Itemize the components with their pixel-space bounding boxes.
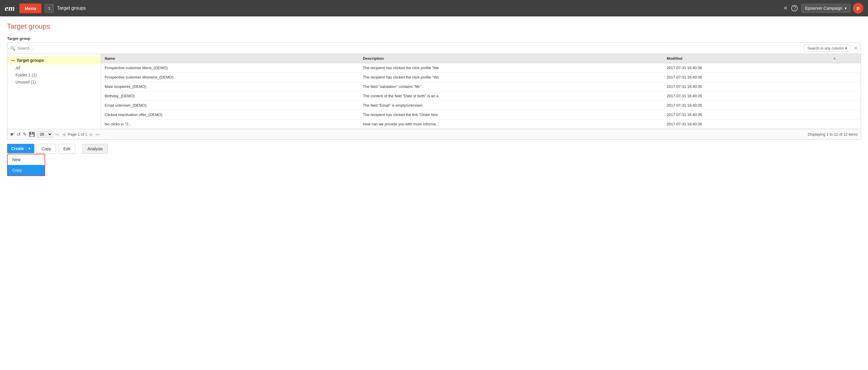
last-page-icon[interactable]: ⏭ (96, 132, 100, 137)
user-avatar[interactable]: p (853, 3, 863, 13)
cell-name: Male recipients_(DEMO) (101, 82, 359, 91)
cell-extra (830, 82, 861, 91)
navbar: em Menu 1 Target groups ✕ ? Episerver Ca… (0, 0, 868, 17)
cell-modified: 2017-07-31 16:40:35 (663, 101, 830, 110)
tree-root-label: Target groups (17, 58, 44, 63)
cell-extra (830, 120, 861, 129)
cell-description: The field "salutation" contains "Mr.". (359, 82, 663, 91)
search-any-col-label: Search in any column (807, 46, 844, 51)
first-page-icon[interactable]: ⏮ (55, 132, 60, 137)
display-count: Displaying 1 to 12 of 12 items (808, 132, 858, 136)
table-row[interactable]: Email unknown_(DEMO) The field "Email" i… (101, 101, 861, 110)
cell-extra (830, 91, 861, 101)
cell-modified: 2017-07-31 16:40:36 (663, 73, 830, 82)
tree-item-folder1[interactable]: Folder 1 (1) (7, 71, 101, 79)
campaign-select-label: Episerver Campaign (805, 6, 842, 10)
tab-title: Target groups (57, 6, 778, 11)
dropdown-item-copy[interactable]: Copy (8, 165, 44, 176)
cell-description: The recipient has clicked the click prof… (359, 63, 663, 73)
cell-modified: 2017-07-31 16:40:35 (663, 110, 830, 120)
cell-name: Prospective customer Mens_(DEMO) (101, 63, 359, 73)
campaign-select[interactable]: Episerver Campaign ▾ (801, 4, 850, 12)
data-table: Name Description Modified ▾ Prospective … (101, 54, 861, 129)
copy-button[interactable]: Copy (37, 144, 56, 154)
cell-description: The field "Email" is empty/unknown. (359, 101, 663, 110)
table-panel: Name Description Modified ▾ Prospective … (101, 54, 861, 129)
search-any-column[interactable]: Search in any column ▾ (804, 44, 850, 52)
table-header-row: Name Description Modified ▾ (101, 54, 861, 63)
cell-modified: 2017-07-31 16:40:35 (663, 82, 830, 91)
analysis-button[interactable]: Analysis (82, 144, 107, 154)
table-row[interactable]: Birthday_(DEMO) The content of the field… (101, 91, 861, 101)
cell-modified: 2017-07-31 16:40:36 (663, 63, 830, 73)
table-row[interactable]: Prospective customer Mens_(DEMO) The rec… (101, 63, 861, 73)
save-icon[interactable]: 💾 (29, 131, 35, 137)
search-row: 🔍 Search in any column ▾ ✕ (7, 43, 861, 54)
table-row[interactable]: Male recipients_(DEMO) The field "saluta… (101, 82, 861, 91)
cell-name: Prospective customer Womens_(DEMO) (101, 73, 359, 82)
search-clear-button[interactable]: ✕ (854, 45, 858, 51)
col-header-name[interactable]: Name (101, 54, 359, 63)
cell-extra (830, 101, 861, 110)
col-header-extra: ▾ (830, 54, 861, 63)
tree-item-all[interactable]: All (7, 64, 101, 71)
search-input[interactable] (18, 46, 802, 51)
close-tab-icon[interactable]: ✕ (783, 5, 788, 11)
cell-modified: 2017-07-31 16:40:35 (663, 120, 830, 129)
tree-root-icon: — (11, 58, 15, 63)
prev-page-icon[interactable]: ◀ (62, 131, 65, 137)
col-header-description: Description (359, 54, 663, 63)
bottom-toolbar: Create ▾ New Copy Copy Edit Analysis (7, 140, 861, 154)
per-page-select[interactable]: 20 50 100 (37, 131, 53, 138)
search-any-col-arrow: ▾ (845, 46, 847, 51)
page-content: Target groups Target group 🔍 Search in a… (0, 17, 868, 370)
campaign-select-arrow: ▾ (844, 6, 847, 10)
app-logo: em (5, 3, 14, 13)
cell-name: No clicks in "2... (101, 120, 359, 129)
cell-name: Birthday_(DEMO) (101, 91, 359, 101)
col-header-modified[interactable]: Modified (663, 54, 830, 63)
tree-root-item[interactable]: — Target groups (7, 56, 101, 64)
cell-description: How can we provide you with more informa… (359, 120, 663, 129)
next-page-icon[interactable]: ▶ (90, 131, 93, 137)
create-button[interactable]: Create ▾ (7, 144, 34, 153)
edit-button[interactable]: Edit (58, 144, 75, 154)
table-row[interactable]: No clicks in "2... How can we provide yo… (101, 120, 861, 129)
create-button-label: Create (11, 146, 24, 151)
refresh-icon[interactable]: ↺ (17, 131, 21, 137)
cell-name: Clicked reactivation offer_(DEMO) (101, 110, 359, 120)
tree-panel: — Target groups All Folder 1 (1) Unused … (7, 54, 101, 129)
cell-description: The recipient has clicked the link "Orde… (359, 110, 663, 120)
tab-indicator: 1 (45, 4, 53, 12)
menu-button[interactable]: Menu (19, 3, 41, 13)
cell-description: The content of the field "Date of birth"… (359, 91, 663, 101)
pagination-row: ☛ ↺ ✎ 💾 20 50 100 ⏮ ◀ Page 1 of 1 ▶ ⏭ Di… (7, 129, 861, 140)
edit-icon[interactable]: ✎ (23, 131, 27, 137)
create-dropdown-arrow: ▾ (26, 147, 30, 151)
section-label: Target group (7, 36, 861, 41)
page-title: Target groups (7, 22, 861, 30)
tree-item-unused[interactable]: Unused (1) (7, 79, 101, 86)
create-dropdown-wrapper: Create ▾ New Copy (7, 144, 34, 153)
create-dropdown-menu: New Copy (7, 154, 45, 176)
navbar-right: Episerver Campaign ▾ p (801, 3, 863, 13)
cell-extra (830, 110, 861, 120)
page-text: Page 1 of 1 (68, 132, 87, 136)
cell-extra (830, 73, 861, 82)
help-icon[interactable]: ? (791, 5, 798, 11)
content-row: — Target groups All Folder 1 (1) Unused … (7, 54, 861, 129)
dropdown-item-new[interactable]: New (8, 154, 44, 165)
table-row[interactable]: Prospective customer Womens_(DEMO) The r… (101, 73, 861, 82)
cell-name: Email unknown_(DEMO) (101, 101, 359, 110)
cell-extra (830, 63, 861, 73)
cell-description: The recipient has clicked the click prof… (359, 73, 663, 82)
table-body: Prospective customer Mens_(DEMO) The rec… (101, 63, 861, 129)
move-icon[interactable]: ☛ (10, 131, 14, 137)
main-panel: 🔍 Search in any column ▾ ✕ — Target grou… (7, 42, 861, 140)
cell-modified: 2017-07-31 16:40:35 (663, 91, 830, 101)
search-icon: 🔍 (10, 46, 15, 51)
table-row[interactable]: Clicked reactivation offer_(DEMO) The re… (101, 110, 861, 120)
